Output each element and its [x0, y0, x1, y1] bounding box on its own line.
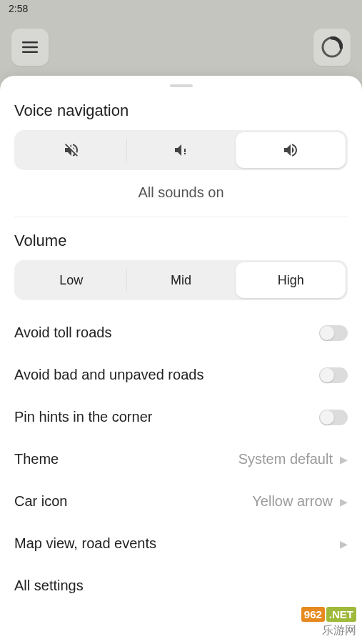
clock: 2:58 [9, 3, 28, 14]
volume-high-label: High [278, 273, 304, 288]
theme-value: System default [238, 451, 333, 467]
row-car-icon[interactable]: Car icon Yellow arrow ▶ [0, 480, 362, 522]
svg-rect-0 [22, 41, 38, 43]
chevron-right-icon: ▶ [340, 538, 348, 550]
hamburger-icon [22, 41, 38, 53]
theme-label: Theme [14, 451, 59, 467]
avoid-toll-label: Avoid toll roads [14, 325, 111, 341]
row-avoid-toll: Avoid toll roads [0, 312, 362, 354]
volume-alert-icon [173, 142, 190, 159]
volume-low-label: Low [59, 273, 83, 288]
compass-icon [321, 36, 343, 58]
app-header [0, 19, 362, 76]
divider [14, 217, 348, 217]
voice-nav-all[interactable] [236, 132, 346, 168]
row-map-view[interactable]: Map view, road events ▶ [0, 522, 362, 565]
row-theme[interactable]: Theme System default ▶ [0, 438, 362, 480]
voice-nav-alerts[interactable] [126, 132, 236, 168]
volume-on-icon [282, 142, 299, 159]
row-all-settings[interactable]: All settings [0, 565, 362, 607]
avoid-toll-toggle[interactable] [319, 325, 348, 341]
svg-rect-2 [22, 51, 38, 53]
volume-mid[interactable]: Mid [126, 262, 236, 298]
volume-segment: Low Mid High [14, 260, 348, 300]
avoid-bad-toggle[interactable] [319, 367, 348, 383]
volume-mute-icon [63, 142, 80, 159]
avoid-bad-label: Avoid bad and unpaved roads [14, 367, 203, 383]
settings-sheet: Voice navigation All sounds on Volume Lo… [0, 76, 362, 644]
status-bar: 2:58 [0, 0, 362, 19]
voice-nav-title: Voice navigation [0, 101, 362, 130]
car-icon-label: Car icon [14, 493, 67, 510]
compass-button[interactable] [313, 29, 351, 66]
pin-hints-label: Pin hints in the corner [14, 409, 152, 425]
row-avoid-bad: Avoid bad and unpaved roads [0, 354, 362, 396]
row-pin-hints: Pin hints in the corner [0, 396, 362, 438]
volume-mid-label: Mid [171, 273, 191, 288]
volume-high[interactable]: High [236, 262, 346, 298]
car-icon-value: Yellow arrow [252, 493, 333, 510]
map-view-label: Map view, road events [14, 535, 156, 552]
voice-nav-segment [14, 130, 348, 170]
pin-hints-toggle[interactable] [319, 410, 348, 425]
volume-title: Volume [0, 232, 362, 260]
svg-rect-1 [22, 46, 38, 48]
chevron-right-icon: ▶ [340, 454, 348, 465]
chevron-right-icon: ▶ [340, 496, 348, 507]
volume-low[interactable]: Low [16, 262, 126, 298]
voice-nav-caption: All sounds on [0, 182, 362, 217]
menu-button[interactable] [11, 29, 49, 66]
voice-nav-mute[interactable] [16, 132, 126, 168]
sheet-grabber[interactable] [170, 84, 193, 87]
all-settings-label: All settings [14, 578, 84, 594]
